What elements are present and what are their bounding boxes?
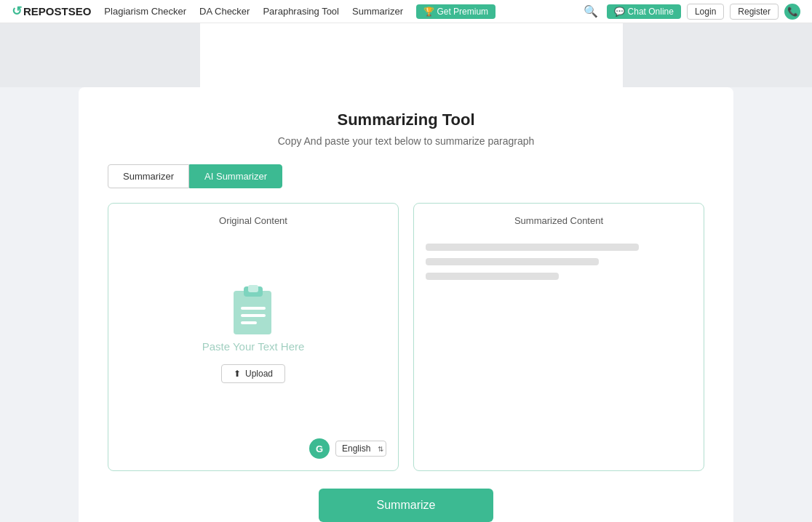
- register-button[interactable]: Register: [730, 4, 779, 20]
- original-content-area[interactable]: Paste Your Text Here ⬆ Upload: [120, 238, 386, 427]
- phone-icon: 📞: [787, 7, 798, 17]
- logo-text: REPOSTSEO: [23, 5, 91, 17]
- ad-banner-row: [0, 23, 812, 87]
- nav-summarizer[interactable]: Summarizer: [352, 6, 403, 17]
- svg-rect-5: [248, 285, 258, 292]
- main-card: Summarizing Tool Copy And paste your tex…: [79, 87, 733, 522]
- original-content-panel: Original Content P: [108, 203, 399, 471]
- upload-icon: ⬆: [234, 369, 241, 379]
- svg-rect-0: [234, 291, 271, 334]
- login-button[interactable]: Login: [687, 4, 724, 20]
- tab-ai-summarizer[interactable]: AI Summarizer: [189, 164, 282, 188]
- ad-banner-right: [623, 23, 812, 87]
- summarize-row: Summarize: [108, 489, 704, 522]
- summarize-button[interactable]: Summarize: [319, 489, 494, 522]
- grammarly-icon[interactable]: G: [309, 438, 330, 459]
- premium-button[interactable]: 🏆 Get Premium: [416, 4, 495, 19]
- site-logo[interactable]: ↺ REPOSTSEO: [12, 4, 91, 19]
- search-icon[interactable]: 🔍: [584, 4, 598, 18]
- ad-banner-center: [200, 23, 623, 87]
- main-wrapper: Summarizing Tool Copy And paste your tex…: [0, 87, 812, 522]
- phone-button[interactable]: 📞: [784, 4, 800, 20]
- navbar: ↺ REPOSTSEO Plagiarism Checker DA Checke…: [0, 0, 812, 23]
- tool-subtitle: Copy And paste your text below to summar…: [108, 135, 704, 147]
- summarized-panel-title: Summarized Content: [426, 215, 692, 226]
- tab-summarizer[interactable]: Summarizer: [108, 164, 189, 188]
- svg-rect-4: [241, 321, 257, 324]
- paste-placeholder-text: Paste Your Text Here: [202, 340, 305, 353]
- ad-banner-left: [0, 23, 200, 87]
- language-select[interactable]: English: [335, 441, 386, 457]
- nav-da-checker[interactable]: DA Checker: [199, 6, 250, 17]
- original-panel-title: Original Content: [120, 215, 386, 226]
- clipboard-icon: [228, 282, 279, 340]
- logo-icon: ↺: [12, 4, 22, 19]
- summary-placeholder: [426, 238, 692, 293]
- summarized-content-panel: Summarized Content: [413, 203, 704, 471]
- upload-button[interactable]: ⬆ Upload: [221, 364, 285, 383]
- nav-paraphrasing-tool[interactable]: Paraphrasing Tool: [263, 6, 339, 17]
- language-select-wrapper: English: [335, 441, 386, 457]
- chat-icon: 💬: [614, 7, 625, 17]
- tabs-row: Summarizer AI Summarizer: [108, 164, 704, 188]
- tool-title: Summarizing Tool: [108, 111, 704, 129]
- nav-plagiarism-checker[interactable]: Plagiarism Checker: [104, 6, 186, 17]
- placeholder-line-2: [426, 258, 599, 265]
- svg-rect-2: [241, 307, 266, 310]
- nav-right: 🔍 💬 Chat Online Login Register 📞: [584, 4, 800, 20]
- chat-online-button[interactable]: 💬 Chat Online: [607, 4, 681, 19]
- original-panel-bottom: G English: [120, 433, 386, 459]
- svg-rect-3: [241, 314, 266, 317]
- placeholder-line-3: [426, 273, 559, 280]
- panels-row: Original Content P: [108, 203, 704, 471]
- placeholder-line-1: [426, 244, 639, 251]
- nav-links: Plagiarism Checker DA Checker Paraphrasi…: [104, 4, 583, 19]
